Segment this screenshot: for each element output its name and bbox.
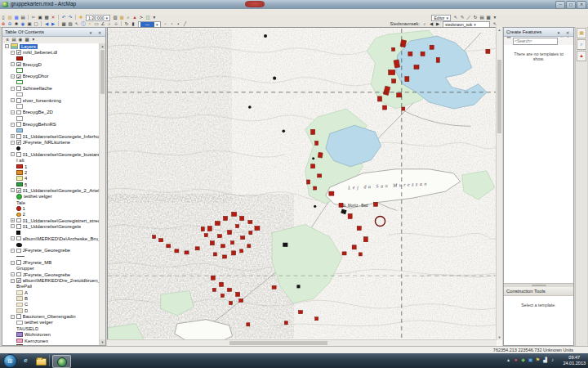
minimize-button[interactable]: ─ (555, 1, 565, 9)
toc-layer-row[interactable]: −BreoygBe_2D (2, 110, 100, 115)
toc-sym-row[interactable] (2, 79, 100, 85)
new-map-button[interactable]: ▯ (0, 15, 7, 20)
undo-button[interactable]: ↶ (60, 15, 67, 20)
map-vertical-scrollbar[interactable]: ▲ ▼ (496, 27, 502, 340)
green-hollow-swatch[interactable] (16, 68, 23, 73)
editor-overflow-button[interactable]: ▾ (492, 15, 498, 20)
toc-class-row[interactable]: Wohnzonen (2, 332, 100, 338)
toc-class-row[interactable]: Tourismus- und Ferienzonen (2, 343, 100, 345)
toc-layer-row[interactable]: −01_Uddannelse\Georegele_bustarene (2, 151, 100, 157)
toc-sym-row[interactable] (2, 146, 100, 151)
toc-sym-row[interactable] (2, 115, 100, 121)
rotate-tool-button[interactable]: ↻ (472, 15, 479, 20)
expander-icon[interactable]: − (11, 261, 15, 265)
template-search-input[interactable] (513, 38, 558, 45)
expander-icon[interactable]: − (11, 62, 15, 66)
toc-layer-row[interactable]: −elver_forsenkning (2, 97, 100, 103)
layer-checkbox[interactable] (16, 110, 21, 115)
toc-class-row[interactable]: D (2, 307, 100, 313)
expander-icon[interactable]: − (11, 315, 15, 319)
scroll-thumb[interactable] (229, 341, 327, 345)
full-extent-button[interactable]: ◉ (20, 21, 26, 27)
toc-class-row[interactable]: tetthet velger (2, 194, 100, 200)
green-circle-swatch[interactable] (16, 194, 22, 200)
layer-checkbox[interactable] (16, 218, 21, 223)
sketch-tool-button[interactable]: ✎ (459, 15, 466, 20)
expander-icon[interactable]: − (11, 249, 15, 253)
scroll-thumb[interactable] (100, 50, 105, 94)
toc-class-row[interactable]: tetthet velger (2, 320, 100, 325)
find-button[interactable]: ⌕ (106, 21, 113, 27)
toc-layer-row[interactable]: −✔01_Uddannelse\Georegele_2_Artele (2, 187, 100, 193)
toc-class-row[interactable]: B (2, 295, 100, 301)
split-tool-button[interactable]: ／ (466, 15, 472, 20)
pale-b-swatch[interactable] (16, 296, 23, 301)
red-sq-swatch[interactable] (16, 164, 23, 169)
toc-tree[interactable]: −Layers−✔mrkl_bebenet.dl−✔BreoygD−✔Breoy… (2, 43, 100, 345)
select-elements-button[interactable]: ↖ (74, 21, 80, 27)
create-features-header[interactable]: Create Features ▾ ✕ (504, 28, 573, 37)
scroll-down-arrow[interactable]: ▼ (497, 334, 502, 340)
red-fill-swatch[interactable] (16, 56, 23, 61)
toc-class-row[interactable]: 4 (2, 176, 100, 182)
georef-prev-button[interactable]: ◀ (428, 21, 434, 27)
toc-class-row[interactable]: 2 (2, 212, 100, 218)
layer-checkbox[interactable]: ✔ (16, 62, 21, 67)
editor-menu[interactable]: Editor▾ (431, 15, 451, 21)
expander-icon[interactable]: + (11, 134, 15, 138)
orange-sq-swatch[interactable] (16, 170, 23, 175)
toc-layer-row[interactable]: −JFeyrete_Georegrebe (2, 272, 100, 277)
toc-sym-row[interactable] (2, 241, 100, 247)
panel-close-button[interactable]: ✕ (564, 29, 572, 37)
expander-icon[interactable]: − (11, 188, 15, 192)
expander-icon[interactable]: − (11, 272, 15, 276)
print-button[interactable]: ▤ (20, 15, 26, 20)
toc-sym-row[interactable] (2, 230, 100, 236)
toc-layer-row[interactable]: −Schneeflache (2, 85, 100, 91)
hyperlink-button[interactable]: ⚡ (87, 21, 93, 27)
taskbar-clock[interactable]: 09:47 24.01.2013 (563, 355, 586, 366)
pale-c-swatch[interactable] (16, 303, 23, 307)
toc-sym-row[interactable] (2, 103, 100, 109)
add-data-button[interactable]: ✚ (78, 15, 84, 20)
toc-sym-row[interactable] (2, 254, 100, 259)
start-button[interactable]: ⊞ (3, 354, 17, 368)
toc-sym-row[interactable] (2, 128, 100, 133)
edit-arrow-button[interactable]: ↖ (452, 15, 459, 20)
scroll-thumb[interactable] (497, 60, 501, 133)
save-button[interactable]: ▦ (13, 15, 20, 20)
toolbox-tab[interactable]: ▲ (577, 51, 586, 61)
snap-edge-button[interactable]: ╱ (182, 21, 189, 27)
close-button[interactable]: ✕ (577, 1, 586, 9)
redo-button[interactable]: ↷ (67, 15, 74, 20)
tray-display-icon[interactable]: ▣ (528, 357, 533, 364)
layer-checkbox[interactable]: ✔ (16, 188, 21, 193)
catalog-tab[interactable]: ▦ (577, 28, 586, 38)
hollow-swatch[interactable] (16, 92, 23, 97)
model-builder-button[interactable]: ◫ (145, 15, 151, 20)
forward-extent-button[interactable]: ▶ (50, 21, 56, 27)
snap-end-button[interactable]: ▫ (169, 21, 176, 27)
zoom-in-button[interactable]: ⊕ (0, 21, 7, 27)
tray-update-icon[interactable]: ◆ (520, 357, 526, 364)
line-swatch[interactable] (16, 256, 24, 257)
toc-sym-row[interactable] (2, 67, 100, 73)
python-button[interactable]: ≻ (138, 15, 145, 20)
maximize-button[interactable]: ◻ (566, 1, 576, 9)
toc-class-row[interactable]: C (2, 302, 100, 307)
measure-button[interactable]: ∠ (100, 21, 106, 27)
toc-options-button[interactable]: ▾ (30, 37, 37, 43)
expander-icon[interactable]: − (11, 152, 15, 156)
tray-alert-icon[interactable]: ● (513, 357, 519, 364)
toc-layer-row[interactable]: −BreoygBehnRS (2, 121, 100, 127)
expander-icon[interactable]: − (11, 141, 15, 145)
toc-class-row[interactable]: 2 (2, 169, 100, 175)
red-dot-swatch[interactable] (16, 206, 21, 211)
expander-icon[interactable]: − (11, 74, 15, 79)
expander-icon[interactable]: − (11, 279, 15, 283)
internet-explorer-icon[interactable]: e (20, 355, 32, 366)
list-by-selection-button[interactable]: ▦ (24, 37, 30, 43)
identify-button[interactable]: ⓘ (80, 21, 87, 27)
overflow-button[interactable]: ▾ (151, 15, 158, 20)
toc-class-row[interactable]: 5 (2, 182, 100, 187)
